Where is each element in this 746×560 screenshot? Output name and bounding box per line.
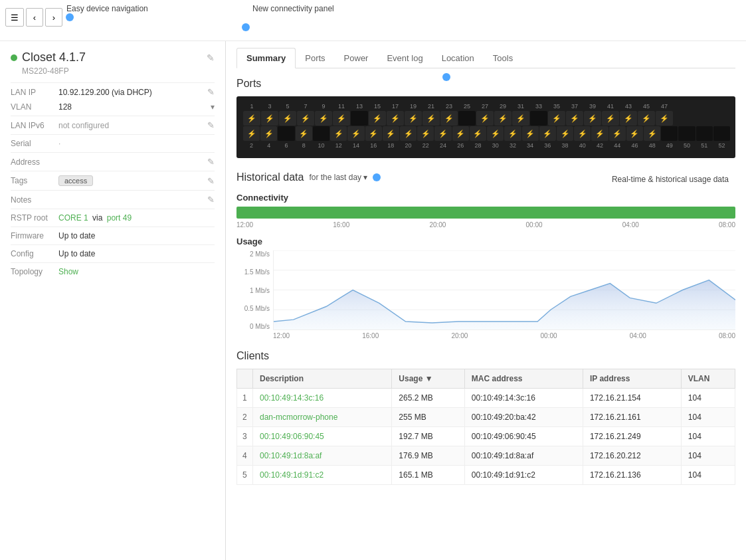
port-top-13[interactable] bbox=[351, 111, 368, 126]
port-top-35[interactable]: ⚡ bbox=[548, 111, 565, 126]
row-description[interactable]: 00:10:49:06:90:45 bbox=[253, 427, 392, 446]
port-top-25[interactable] bbox=[458, 111, 476, 126]
port-top-3[interactable]: ⚡ bbox=[261, 111, 278, 126]
vlan-label: VLAN bbox=[11, 102, 58, 112]
port-top-19[interactable]: ⚡ bbox=[405, 111, 422, 126]
port-bottom-32[interactable]: ⚡ bbox=[504, 126, 521, 141]
address-edit-icon[interactable]: ✎ bbox=[207, 157, 215, 167]
connectivity-bar bbox=[236, 207, 735, 219]
tab-location[interactable]: Location bbox=[432, 48, 484, 68]
port-bottom-16[interactable]: ⚡ bbox=[365, 126, 382, 141]
port-top-43[interactable]: ⚡ bbox=[620, 111, 637, 126]
col-vlan[interactable]: VLAN bbox=[681, 369, 735, 389]
port-bottom-44[interactable]: ⚡ bbox=[609, 126, 626, 141]
port-bottom-52[interactable] bbox=[713, 126, 730, 141]
back-button[interactable]: ‹ bbox=[26, 8, 43, 27]
forward-button[interactable]: › bbox=[45, 8, 62, 27]
port-bottom-4[interactable]: ⚡ bbox=[260, 126, 277, 141]
row-description[interactable]: 00:10:49:1d:8a:af bbox=[253, 446, 392, 466]
port-bottom-36[interactable]: ⚡ bbox=[539, 126, 556, 141]
col-num bbox=[237, 369, 253, 389]
port-top-45[interactable]: ⚡ bbox=[638, 111, 655, 126]
port-top-21[interactable]: ⚡ bbox=[422, 111, 440, 126]
port-bottom-28[interactable]: ⚡ bbox=[470, 126, 486, 141]
port-bottom-30[interactable]: ⚡ bbox=[487, 126, 504, 141]
rstp-label: RSTP root bbox=[11, 213, 58, 223]
port-bottom-50[interactable] bbox=[678, 126, 695, 141]
port-bottom-24[interactable]: ⚡ bbox=[434, 126, 451, 141]
port-top-41[interactable]: ⚡ bbox=[602, 111, 619, 126]
row-description[interactable]: 00:10:49:1d:91:c2 bbox=[253, 466, 392, 485]
lan-ipv6-edit-icon[interactable]: ✎ bbox=[207, 120, 215, 130]
port-bottom-40[interactable]: ⚡ bbox=[574, 126, 591, 141]
device-name-edit-icon[interactable]: ✎ bbox=[207, 52, 215, 63]
address-label: Address bbox=[11, 157, 58, 167]
port-bottom-12[interactable]: ⚡ bbox=[330, 126, 347, 141]
port-bottom-18[interactable]: ⚡ bbox=[383, 126, 399, 141]
port-top-47[interactable]: ⚡ bbox=[656, 111, 673, 126]
notes-edit-icon[interactable]: ✎ bbox=[207, 195, 215, 205]
firmware-value: Up to date bbox=[58, 231, 215, 240]
port-top-23[interactable]: ⚡ bbox=[440, 111, 458, 126]
expand-icon[interactable]: ▾ bbox=[211, 102, 215, 112]
port-bottom-14[interactable]: ⚡ bbox=[347, 126, 364, 141]
device-tools-dot bbox=[442, 73, 450, 81]
port-bottom-2[interactable]: ⚡ bbox=[243, 126, 260, 141]
port-top-29[interactable]: ⚡ bbox=[494, 111, 512, 126]
vlan-row: VLAN 128 ▾ bbox=[11, 101, 215, 116]
port-top-5[interactable]: ⚡ bbox=[279, 111, 296, 126]
row-ip: 172.16.20.212 bbox=[583, 446, 681, 466]
port-top-39[interactable]: ⚡ bbox=[584, 111, 601, 126]
chevron-right-icon: › bbox=[52, 13, 55, 23]
row-mac: 00:10:49:06:90:45 bbox=[464, 427, 583, 446]
port-top-9[interactable]: ⚡ bbox=[315, 111, 332, 126]
tab-ports[interactable]: Ports bbox=[296, 48, 334, 68]
notes-row: Notes ✎ bbox=[11, 190, 215, 209]
port-top-7[interactable]: ⚡ bbox=[297, 111, 314, 126]
row-num: 1 bbox=[237, 389, 253, 408]
port-bottom-10[interactable] bbox=[313, 126, 329, 141]
port-bottom-49[interactable] bbox=[661, 126, 678, 141]
tags-edit-icon[interactable]: ✎ bbox=[207, 176, 215, 186]
port-bottom-6[interactable] bbox=[278, 126, 294, 141]
port-bottom-8[interactable]: ⚡ bbox=[296, 126, 312, 141]
menu-button[interactable]: ☰ bbox=[5, 8, 24, 27]
port-top-31[interactable]: ⚡ bbox=[512, 111, 529, 126]
device-model: MS220-48FP bbox=[11, 66, 215, 76]
port-bottom-38[interactable]: ⚡ bbox=[557, 126, 573, 141]
port-top-33[interactable] bbox=[530, 111, 547, 126]
tab-event-log[interactable]: Event log bbox=[377, 48, 432, 68]
port-bottom-20[interactable]: ⚡ bbox=[400, 126, 417, 141]
rstp-core-link[interactable]: CORE 1 bbox=[58, 213, 88, 223]
port-bottom-42[interactable]: ⚡ bbox=[591, 126, 608, 141]
col-ip[interactable]: IP address bbox=[583, 369, 681, 389]
col-usage[interactable]: Usage ▼ bbox=[392, 369, 464, 389]
port-top-15[interactable]: ⚡ bbox=[369, 111, 386, 126]
tab-power[interactable]: Power bbox=[335, 48, 378, 68]
port-top-37[interactable]: ⚡ bbox=[566, 111, 583, 126]
tags-badge: access bbox=[58, 175, 93, 186]
firmware-row: Firmware Up to date bbox=[11, 227, 215, 244]
port-top-17[interactable]: ⚡ bbox=[387, 111, 404, 126]
serial-value: · bbox=[58, 139, 215, 148]
row-description[interactable]: dan-mcmorrow-phone bbox=[253, 408, 392, 427]
port-top-27[interactable]: ⚡ bbox=[476, 111, 494, 126]
port-bottom-26[interactable]: ⚡ bbox=[452, 126, 469, 141]
port-bottom-51[interactable] bbox=[696, 126, 713, 141]
row-description[interactable]: 00:10:49:14:3c:16 bbox=[253, 389, 392, 408]
rstp-port-link[interactable]: port 49 bbox=[107, 213, 132, 223]
time-period-select[interactable]: for the last day ▾ bbox=[309, 173, 367, 182]
port-bottom-34[interactable]: ⚡ bbox=[522, 126, 539, 141]
port-bottom-46[interactable]: ⚡ bbox=[626, 126, 643, 141]
port-top-11[interactable]: ⚡ bbox=[333, 111, 350, 126]
row-usage: 176.9 MB bbox=[392, 446, 464, 466]
port-bottom-22[interactable]: ⚡ bbox=[417, 126, 434, 141]
tab-tools[interactable]: Tools bbox=[484, 48, 522, 68]
port-top-1[interactable]: ⚡ bbox=[243, 111, 260, 126]
col-description[interactable]: Description bbox=[253, 369, 392, 389]
topology-show-link[interactable]: Show bbox=[58, 267, 78, 276]
col-mac[interactable]: MAC address bbox=[464, 369, 583, 389]
tab-summary[interactable]: Summary bbox=[236, 48, 296, 68]
port-bottom-48[interactable]: ⚡ bbox=[644, 126, 660, 141]
lan-ip-edit-icon[interactable]: ✎ bbox=[207, 87, 215, 97]
